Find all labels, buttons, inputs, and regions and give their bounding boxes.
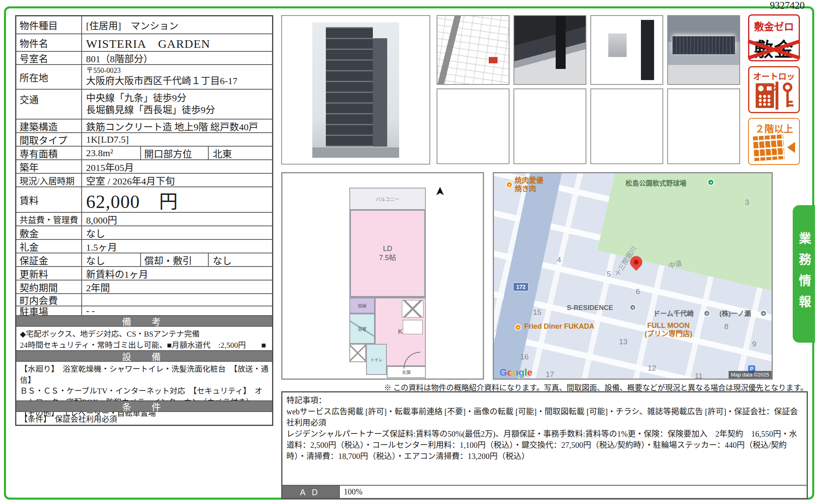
restaurant-marker-icon: [515, 324, 521, 331]
area-map: 焼肉愛優 焼き肉 松島公園軟式野球場 3 4 5 6 8 9 11 12 13 …: [493, 172, 773, 380]
building-photo-box: [281, 15, 430, 165]
block-number: 9: [752, 340, 756, 349]
business-info-label: 業務情報: [795, 232, 813, 316]
map-attribution: Map data ©2025: [729, 371, 772, 378]
block-number: 4: [557, 255, 561, 264]
table-row: 号室名801（8階部分）: [16, 52, 272, 65]
row-label: 交通: [16, 90, 82, 119]
block-number: 6: [636, 287, 640, 296]
table-row: 礼金1.5ヶ月: [16, 240, 272, 253]
conditions-text: 【条件】 保証会社利用必須: [16, 412, 272, 426]
table-row: 保証金 なし 償却・敷引 なし: [16, 253, 272, 267]
poi-label: ドーム千代崎: [653, 310, 694, 318]
row-value: 1K[LD7.5]: [82, 133, 272, 146]
block-number: 17: [546, 370, 554, 379]
table-row: 更新料新賃料の1ヶ月: [16, 267, 272, 280]
equipment-text: 【水廻り】 浴室乾燥機・シャワートイレ・洗髪洗面化粧台 【放送・通信】 ＢＳ・Ｃ…: [16, 362, 272, 401]
photo-entrance: [513, 15, 586, 85]
table-row: 築年2015年05月: [16, 160, 272, 174]
building-icon: [753, 134, 785, 161]
row-label: 更新料: [16, 267, 82, 280]
poi-label: FULL MOON (プリン専門店): [645, 322, 692, 338]
table-row: 物件名WISTERIA GARDEN: [16, 34, 272, 52]
arrow-left-icon: [782, 142, 795, 153]
row-value: 8,000円: [82, 213, 272, 226]
floorplan-ld-room: LD 7.5帖: [349, 209, 426, 298]
block-number: 16: [520, 353, 529, 361]
row-label: 開口部方位: [141, 147, 209, 159]
disclaimer-note: ※ この資料は物件の概略紹介資料になります。写真、間取図面、設備、概要などが現況…: [281, 382, 808, 392]
floorplan-bath: 浴室: [349, 314, 375, 344]
badge-deposit-zero-label: 敷金ゼロ: [749, 19, 799, 33]
rent-value: 62,000 円: [82, 187, 272, 212]
badge-second-floor: ２階以上: [748, 118, 800, 165]
row-value: なし: [82, 253, 141, 266]
poi-label: 焼肉愛優 焼き肉: [515, 176, 543, 193]
floorplan-balcony: バルコニー: [349, 188, 426, 209]
row-label: 償却・敷引: [141, 253, 209, 266]
property-table: 物件種目[住居用] マンション 物件名WISTERIA GARDEN 号室名80…: [15, 15, 273, 426]
table-row: 専有面積 23.8m² 開口部方位 北東: [16, 147, 272, 160]
poi-marker-icon: [629, 304, 636, 311]
row-label: 賃料: [16, 187, 82, 212]
badge-deposit-zero: 敷金ゼロ 敷金: [748, 14, 800, 61]
photo-intercom: [590, 15, 663, 85]
row-label: 共益費・管理費: [16, 213, 82, 226]
ad-row: ＡＤ 100%: [282, 485, 807, 498]
row-value: 北東: [209, 147, 272, 159]
document-number: 9327420: [753, 0, 805, 11]
access-line1: 中央線「九条」徒歩9分: [86, 93, 186, 103]
poi-marker-icon: [703, 310, 710, 317]
notes-header: 備 考: [16, 316, 272, 327]
table-row: 交通 中央線「九条」徒歩9分長堀鶴見線「西長堀」徒歩9分: [16, 90, 272, 120]
building-photo: [312, 22, 399, 158]
row-value: 新賃料の1ヶ月: [82, 267, 272, 280]
map-sketch-thumb: [437, 15, 509, 85]
row-label: 保証金: [16, 253, 82, 266]
row-value: 1.5ヶ月: [82, 240, 272, 253]
washer-space-icon: [349, 344, 366, 362]
ad-value: 100%: [339, 486, 807, 498]
row-value: 鉄筋コンクリート造 地上9階 総戸数40戸: [82, 120, 272, 132]
empty-photo-box: [590, 88, 663, 164]
crossed-deposit-text: 敷金: [749, 34, 799, 62]
block-number: 15: [533, 308, 541, 317]
key-icon: [781, 82, 795, 109]
route-shield: 172: [513, 282, 529, 291]
row-label: 号室名: [16, 52, 82, 64]
floorplan-closet: 収納: [349, 298, 375, 314]
address-text: 大阪府大阪市西区千代崎１丁目6-17: [86, 76, 237, 86]
table-row: 共益費・管理費8,000円: [16, 213, 272, 226]
table-row: 物件種目[住居用] マンション: [16, 16, 272, 34]
row-label: 駐車場: [16, 306, 82, 315]
stove-icon: [402, 300, 423, 318]
poi-label: (株)一ノ瀬: [719, 310, 751, 318]
row-label: 建築構造: [16, 120, 82, 132]
zip-code: 〒550-0023: [86, 67, 237, 75]
badge-autolock: オートロック: [748, 66, 800, 113]
row-label: 契約期間: [16, 280, 82, 293]
row-value: 中央線「九条」徒歩9分長堀鶴見線「西長堀」徒歩9分: [82, 90, 272, 119]
conditions-header: 条 件: [16, 401, 272, 412]
empty-photo-box: [437, 88, 509, 164]
access-line2: 長堀鶴見線「西長堀」徒歩9分: [86, 105, 215, 115]
equipment-header: 設 備: [16, 351, 272, 362]
notes-text: ◆宅配ボックス、地デジ対応、CS・BSアンテナ完備 24時間セキュリティ・常時ゴ…: [16, 327, 272, 351]
row-value: [82, 294, 272, 306]
row-label: 専有面積: [16, 147, 82, 159]
row-value: 23.8m²: [82, 147, 141, 159]
block-number: 12: [648, 364, 656, 373]
poi-label: Fried Diner FUKADA: [524, 322, 594, 331]
row-label: 築年: [16, 160, 82, 173]
remarks-text: 特記事項：webサービス広告掲載 [許可]・転載事前連絡 [不要]・画像の転載 …: [286, 395, 803, 462]
table-row: 敷金なし: [16, 226, 272, 240]
floorplan-box: ➤ バルコニー LD 7.5帖 収納 K 浴室 トイレ 玄関: [281, 172, 484, 380]
restaurant-marker-icon: [506, 181, 513, 188]
ad-label: ＡＤ: [282, 486, 339, 498]
row-value: WISTERIA GARDEN: [82, 34, 272, 51]
table-row: 契約期間2年間: [16, 280, 272, 294]
row-value: 空室 / 2026年4月下旬: [82, 174, 272, 186]
row-value: なし: [209, 253, 272, 266]
sink-icon: [403, 320, 423, 334]
intercom-icon: [756, 83, 774, 108]
